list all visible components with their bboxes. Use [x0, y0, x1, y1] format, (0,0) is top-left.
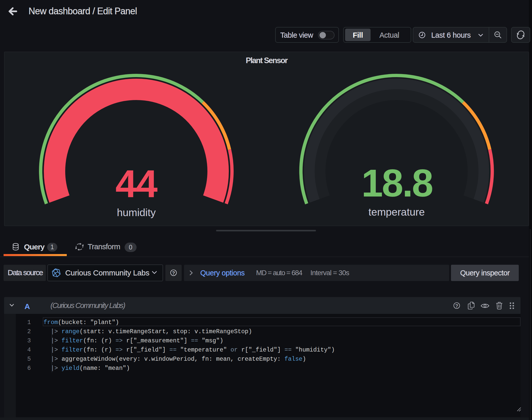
svg-text:1: 1 — [50, 243, 54, 250]
svg-text:"msg"): "msg") — [198, 337, 223, 344]
svg-text:filter: filter — [62, 346, 83, 353]
svg-text:MD = auto = 684: MD = auto = 684 — [256, 269, 302, 277]
svg-text:yield: yield — [62, 365, 80, 372]
svg-text:(start: v.timeRangeStart, stop: (start: v.timeRangeStart, stop: v.timeRa… — [79, 328, 252, 335]
svg-text:|>: |> — [51, 337, 58, 344]
svg-text:filter: filter — [62, 337, 83, 344]
svg-text:=>: => — [115, 337, 123, 344]
svg-text:Table view: Table view — [280, 31, 313, 39]
svg-text:Query options: Query options — [200, 269, 245, 277]
svg-text:Actual: Actual — [379, 31, 399, 39]
svg-text:4: 4 — [27, 346, 31, 353]
svg-text:2: 2 — [27, 328, 31, 335]
svg-text:18.8: 18.8 — [362, 161, 432, 205]
svg-text:false: false — [284, 356, 302, 362]
svg-text:Transform: Transform — [88, 242, 120, 251]
svg-text:range: range — [62, 328, 80, 335]
svg-text:6: 6 — [27, 365, 31, 372]
svg-text:1: 1 — [27, 319, 31, 326]
svg-text:Data source: Data source — [8, 268, 43, 277]
svg-text:|>: |> — [51, 328, 58, 335]
svg-text:Curious Community Labs: Curious Community Labs — [65, 269, 149, 277]
svg-text:(fn: (r): (fn: (r) — [83, 337, 115, 344]
svg-text:Interval = 30s: Interval = 30s — [310, 269, 349, 277]
svg-text:3: 3 — [27, 337, 31, 344]
svg-text:Plant Sensor: Plant Sensor — [246, 56, 288, 65]
svg-text:r["_field"]: r["_field"] — [238, 346, 284, 353]
svg-text:aggregateWindow(every: v.windo: aggregateWindow(every: v.windowPeriod, f… — [58, 356, 284, 362]
svg-text:humidity: humidity — [117, 207, 156, 218]
svg-text:r["_field"]: r["_field"] — [123, 346, 169, 353]
svg-text:Query inspector: Query inspector — [460, 269, 510, 277]
svg-text:=>: => — [115, 346, 123, 353]
svg-text:temperature: temperature — [368, 206, 425, 218]
svg-text:(name: "mean"): (name: "mean") — [79, 365, 130, 372]
svg-text:(fn: (r): (fn: (r) — [83, 346, 115, 353]
svg-text:==: == — [169, 346, 177, 353]
svg-text:|>: |> — [51, 365, 58, 372]
svg-text:==: == — [284, 346, 291, 353]
svg-text:?: ? — [172, 270, 175, 276]
svg-text:44: 44 — [115, 162, 157, 205]
svg-text:|>: |> — [51, 346, 58, 353]
svg-text:"temperature": "temperature" — [177, 346, 231, 353]
svg-text:==: == — [191, 337, 198, 344]
svg-text:Last 6 hours: Last 6 hours — [431, 31, 471, 39]
svg-text:Fill: Fill — [353, 31, 363, 39]
svg-text:r["_measurement"]: r["_measurement"] — [123, 337, 191, 344]
svg-text:New dashboard / Edit Panel: New dashboard / Edit Panel — [29, 6, 137, 16]
svg-text:or: or — [231, 346, 238, 353]
svg-text:0: 0 — [129, 244, 132, 251]
svg-text:|>: |> — [51, 356, 58, 362]
svg-text:): ) — [302, 356, 306, 362]
svg-text:A: A — [24, 302, 30, 311]
svg-text:(bucket: "plant"): (bucket: "plant") — [58, 319, 119, 326]
svg-text:?: ? — [455, 303, 458, 309]
svg-text:from: from — [44, 319, 58, 326]
svg-text:Query: Query — [24, 243, 45, 251]
svg-text:5: 5 — [27, 356, 31, 362]
svg-text:"humidity"): "humidity") — [292, 346, 335, 353]
svg-text:(Curious Community Labs): (Curious Community Labs) — [50, 301, 125, 310]
